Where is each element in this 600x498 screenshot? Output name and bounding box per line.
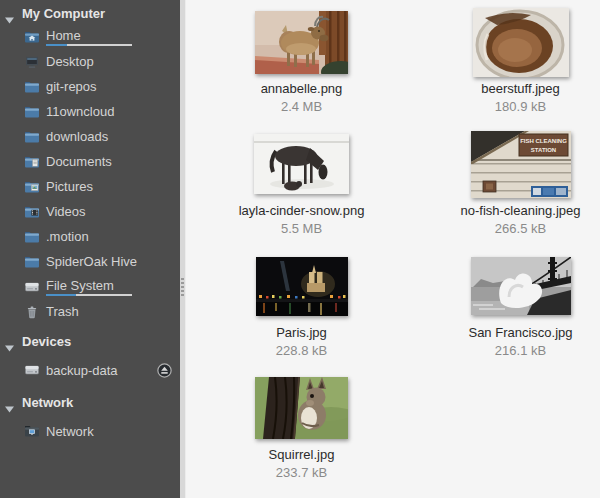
folder-icon xyxy=(24,229,40,245)
sidebar-item-label-group: Trash xyxy=(46,304,79,319)
desktop-icon xyxy=(24,54,40,70)
file-view: annabelle.png2.4 MB beerstuff.jpeg180.9 … xyxy=(186,0,600,498)
file-name: San Francisco.jpg xyxy=(468,325,572,341)
sidebar-item-git-repos[interactable]: git-repos xyxy=(0,74,180,99)
drive-icon xyxy=(24,362,40,378)
squirrel-thumbnail xyxy=(255,372,348,444)
sidebar-item-desktop[interactable]: Desktop xyxy=(0,49,180,74)
svg-text:STATION: STATION xyxy=(530,147,555,153)
expander-down-icon[interactable] xyxy=(5,399,14,406)
sidebar-item-pictures[interactable]: Pictures xyxy=(0,174,180,199)
sidebar-item-label-group: downloads xyxy=(46,129,108,144)
sidebar-item-label: .motion xyxy=(46,229,89,244)
documents-folder-icon xyxy=(24,154,40,170)
sidebar-item-label: backup-data xyxy=(46,363,118,378)
file-size: 180.9 kB xyxy=(495,99,546,114)
fish-cleaning-sign-thumbnail: FISH CLEANING STATION xyxy=(471,128,571,200)
sidebar-item-home[interactable]: Home xyxy=(0,24,180,49)
file-size: 266.5 kB xyxy=(495,221,546,236)
places-sidebar: My Computer Home Desktop git-repos 11own… xyxy=(0,0,180,498)
file-name: annabelle.png xyxy=(261,81,343,97)
file-item-beerstuff-jpeg[interactable]: beerstuff.jpeg180.9 kB xyxy=(411,0,600,122)
sidebar-item-label-group: git-repos xyxy=(46,79,97,94)
file-size: 216.1 kB xyxy=(495,343,546,358)
icon-grid: annabelle.png2.4 MB beerstuff.jpeg180.9 … xyxy=(186,0,600,488)
sidebar-item-label: Trash xyxy=(46,304,79,319)
file-item-squirrel-jpg[interactable]: Squirrel.jpg233.7 kB xyxy=(192,366,411,488)
sidebar-item-label: Home xyxy=(46,28,132,43)
sidebar-section-header-network[interactable]: Network xyxy=(0,391,180,413)
sidebar-item-network[interactable]: Network xyxy=(0,416,180,446)
sidebar-item-label: SpiderOak Hive xyxy=(46,254,137,269)
pane-grip-icon xyxy=(181,278,184,296)
svg-text:FISH CLEANING: FISH CLEANING xyxy=(520,138,567,144)
sidebar-section-label: Devices xyxy=(22,334,71,349)
sidebar-item-videos[interactable]: Videos xyxy=(0,199,180,224)
videos-folder-icon xyxy=(24,204,40,220)
file-name: Squirrel.jpg xyxy=(269,447,335,463)
sidebar-section-header-my-computer[interactable]: My Computer xyxy=(0,2,180,24)
sidebar-item-label-group: Pictures xyxy=(46,179,93,194)
file-name: no-fish-cleaning.jpeg xyxy=(461,203,581,219)
file-item-no-fish-cleaning-jpeg[interactable]: FISH CLEANING STATION no-fish-cleaning.j… xyxy=(411,122,600,244)
sidebar-item-motion[interactable]: .motion xyxy=(0,224,180,249)
pane-separator[interactable] xyxy=(180,0,186,498)
sidebar-item-label: Desktop xyxy=(46,54,94,69)
sidebar-item-label: 11owncloud xyxy=(46,104,114,119)
file-size: 233.7 kB xyxy=(276,465,327,480)
file-size: 2.4 MB xyxy=(281,99,322,114)
paris-night-thumbnail xyxy=(256,250,348,322)
network-folder-icon xyxy=(24,423,40,439)
file-manager-window: My Computer Home Desktop git-repos 11own… xyxy=(0,0,600,498)
sidebar-item-documents[interactable]: Documents xyxy=(0,149,180,174)
file-size: 5.5 MB xyxy=(281,221,322,236)
sidebar-item-backup-data[interactable]: backup-data xyxy=(0,355,180,385)
sidebar-item-label-group: .motion xyxy=(46,229,89,244)
horse-snow-thumbnail xyxy=(254,128,349,200)
file-item-san-francisco-jpg[interactable]: San Francisco.jpg216.1 kB xyxy=(411,244,600,366)
sidebar-item-file-system[interactable]: File System xyxy=(0,274,180,299)
pictures-folder-icon xyxy=(24,179,40,195)
sidebar-section-label: Network xyxy=(22,395,73,410)
sidebar-item-label-group: 11owncloud xyxy=(46,104,114,119)
folder-icon xyxy=(24,104,40,120)
goat-thumbnail xyxy=(255,6,348,78)
file-name: layla-cinder-snow.png xyxy=(239,203,365,219)
home-folder-icon xyxy=(24,29,40,45)
file-name: beerstuff.jpeg xyxy=(481,81,560,97)
golden-gate-thumbnail xyxy=(471,250,571,322)
sidebar-item-label: git-repos xyxy=(46,79,97,94)
jar-thumbnail xyxy=(473,6,569,78)
sidebar-item-spideroak-hive[interactable]: SpiderOak Hive xyxy=(0,249,180,274)
sidebar-item-label-group: Desktop xyxy=(46,54,94,69)
file-item-paris-jpg[interactable]: Paris.jpg228.8 kB xyxy=(192,244,411,366)
sidebar-section-header-devices[interactable]: Devices xyxy=(0,330,180,352)
sidebar-item-label-group: backup-data xyxy=(46,363,118,378)
folder-icon xyxy=(24,79,40,95)
file-item-layla-cinder-snow-png[interactable]: layla-cinder-snow.png5.5 MB xyxy=(192,122,411,244)
folder-icon xyxy=(24,129,40,145)
sidebar-item-trash[interactable]: Trash xyxy=(0,299,180,324)
sidebar-item-label-group: Documents xyxy=(46,154,112,169)
expander-down-icon[interactable] xyxy=(5,10,14,17)
disk-usage-bar xyxy=(46,294,132,296)
folder-icon xyxy=(24,254,40,270)
eject-button[interactable] xyxy=(157,363,172,378)
sidebar-item-label: downloads xyxy=(46,129,108,144)
sidebar-item-label: Network xyxy=(46,424,94,439)
disk-usage-bar xyxy=(46,44,132,46)
sidebar-item-11owncloud[interactable]: 11owncloud xyxy=(0,99,180,124)
sidebar-item-downloads[interactable]: downloads xyxy=(0,124,180,149)
drive-icon xyxy=(24,279,40,295)
sidebar-item-label: File System xyxy=(46,278,132,293)
file-size: 228.8 kB xyxy=(276,343,327,358)
file-name: Paris.jpg xyxy=(276,325,327,341)
sidebar-item-label-group: Home xyxy=(46,28,132,46)
sidebar-item-label: Documents xyxy=(46,154,112,169)
file-item-annabelle-png[interactable]: annabelle.png2.4 MB xyxy=(192,0,411,122)
expander-down-icon[interactable] xyxy=(5,338,14,345)
sidebar-item-label-group: Network xyxy=(46,424,94,439)
sidebar-item-label-group: File System xyxy=(46,278,132,296)
sidebar-item-label-group: Videos xyxy=(46,204,86,219)
sidebar-item-label: Pictures xyxy=(46,179,93,194)
